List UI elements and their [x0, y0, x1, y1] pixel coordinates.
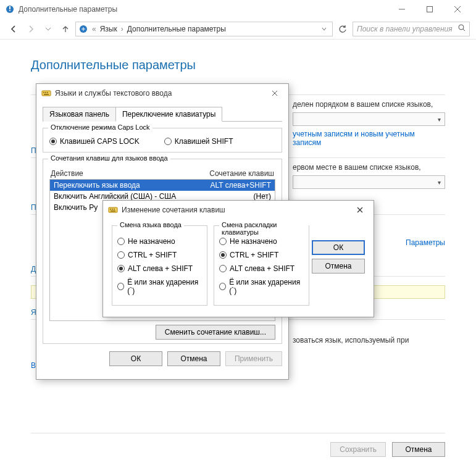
svg-rect-12 [45, 92, 46, 93]
col-action-header: Действие [51, 169, 83, 178]
lang-opt-alt[interactable]: ALT слева + SHIFT [117, 264, 202, 273]
change-hotkey-button[interactable]: Сменить сочетание клавиш... [156, 325, 275, 340]
capslock-group: Отключение режима Caps Lock Клавишей CAP… [43, 128, 282, 153]
keyboard-icon [41, 88, 51, 98]
tab-keyboard-switch[interactable]: Переключение клавиатуры [115, 107, 222, 122]
svg-rect-1 [9, 6, 10, 9]
svg-rect-4 [427, 7, 432, 12]
layout-opt-alt-label: ALT слева + SHIFT [230, 264, 294, 273]
input-lang-label: Смена языка ввода [117, 221, 184, 228]
address-dropdown[interactable] [319, 27, 330, 31]
nav-bar: « Язык › Дополнительные параметры Поиск … [0, 19, 476, 40]
section-1-link[interactable]: учетным записям и новым учетным записям [293, 130, 415, 147]
hotkey-row-1[interactable]: Переключить язык вводаALT слева+SHIFT [50, 180, 275, 191]
search-placeholder: Поиск в панели управления [357, 25, 458, 33]
section-1-text: делен порядком в вашем списке языков, [293, 100, 433, 109]
lang-opt-none-label: Не назначено [128, 237, 175, 246]
radio-dot-icon [117, 265, 125, 272]
svg-rect-21 [111, 211, 115, 212]
lang-opt-alt-label: ALT слева + SHIFT [128, 264, 193, 273]
refresh-button[interactable] [335, 22, 350, 36]
svg-line-9 [463, 29, 465, 31]
section-5-text: зоваться язык, используемый при [293, 336, 409, 345]
svg-rect-17 [109, 207, 117, 212]
up-button[interactable] [58, 22, 73, 36]
chevron-down-icon: ▾ [438, 179, 441, 186]
location-icon [78, 24, 88, 34]
breadcrumb-sep: « [92, 25, 96, 33]
capslock-radio-caps[interactable]: Клавишей CAPS LOCK [49, 137, 140, 146]
lang-opt-ctrl-label: CTRL + SHIFT [128, 251, 177, 259]
hotkey-row-2-key: (Нет) [254, 192, 271, 201]
keyboard-icon [108, 205, 118, 215]
layout-opt-grave[interactable]: Ё или знак ударения (`) [219, 278, 304, 295]
svg-rect-19 [112, 209, 113, 210]
close-button[interactable] [443, 0, 471, 19]
svg-rect-13 [47, 92, 48, 93]
dialog2-close-button[interactable] [351, 204, 369, 216]
section-2-combo[interactable]: ▾ [293, 175, 445, 189]
dialog1-cancel-button[interactable]: Отмена [167, 351, 220, 366]
cancel-button[interactable]: Отмена [392, 442, 445, 457]
dialog2-titlebar: Изменение сочетания клавиш [103, 201, 374, 219]
history-dropdown[interactable] [41, 22, 56, 36]
svg-rect-10 [42, 91, 51, 96]
lang-opt-ctrl[interactable]: CTRL + SHIFT [117, 251, 202, 259]
hotkey-row-3-action: Включить Ру [54, 203, 98, 212]
svg-rect-20 [114, 209, 115, 210]
window-title: Дополнительные параметры [19, 5, 388, 14]
hotkey-row-2-action: Включить Английский (США) - США [54, 192, 176, 201]
back-button[interactable] [6, 22, 21, 36]
lang-opt-grave-label: Ё или знак ударения (`) [127, 278, 202, 295]
capslock-radio-shift[interactable]: Клавишей SHIFT [164, 137, 233, 146]
page-heading: Дополнительные параметры [31, 58, 445, 72]
bottom-buttons: Сохранить Отмена [330, 435, 445, 457]
layout-opt-ctrl[interactable]: CTRL + SHIFT [219, 251, 304, 259]
layout-opt-ctrl-label: CTRL + SHIFT [230, 251, 278, 259]
bottom-divider [31, 433, 445, 433]
svg-rect-14 [44, 94, 49, 95]
lang-opt-none[interactable]: Не назначено [117, 237, 202, 246]
radio-dot-icon [219, 238, 227, 245]
capslock-group-label: Отключение режима Caps Lock [48, 123, 152, 131]
breadcrumb-2[interactable]: Дополнительные параметры [127, 25, 226, 33]
hotkey-group-label: Сочетания клавиш для языков ввода [48, 154, 170, 162]
maximize-button[interactable] [415, 0, 443, 19]
svg-point-2 [9, 10, 10, 11]
dialog2-title: Изменение сочетания клавиш [122, 206, 351, 214]
dialog2-body: Смена языка ввода Не назначено CTRL + SH… [103, 219, 374, 312]
col-hotkey-header: Сочетание клавиш [209, 169, 274, 178]
breadcrumb-1[interactable]: Язык [100, 25, 117, 33]
dialog1-ok-button[interactable]: ОК [109, 351, 162, 366]
svg-rect-11 [43, 92, 44, 93]
dialog2-buttons: ОК Отмена [315, 225, 365, 306]
tab-language-bar[interactable]: Языковая панель [43, 107, 116, 122]
layout-opt-grave-label: Ё или знак ударения (`) [229, 278, 304, 295]
layout-opt-none[interactable]: Не назначено [219, 237, 304, 246]
radio-dot-icon [164, 138, 172, 145]
lang-opt-grave[interactable]: Ё или знак ударения (`) [117, 278, 202, 295]
dialog1-close-button[interactable] [266, 87, 283, 99]
radio-dot-icon [219, 283, 226, 290]
hotkey-row-1-action: Переключить язык ввода [54, 181, 140, 190]
dialog1-apply-button[interactable]: Применить [225, 351, 282, 366]
radio-dot-icon [49, 138, 57, 145]
search-icon [458, 24, 466, 33]
minimize-button[interactable] [388, 0, 415, 19]
radio-dot-icon [219, 251, 227, 259]
dialog2-cancel-button[interactable]: Отмена [312, 259, 365, 274]
chevron-down-icon: ▾ [438, 116, 441, 123]
forward-button[interactable] [23, 22, 38, 36]
layout-opt-none-label: Не назначено [230, 237, 277, 246]
dialog2-ok-button[interactable]: ОК [312, 240, 365, 255]
change-hotkey-dialog: Изменение сочетания клавиш Смена языка в… [102, 200, 374, 317]
search-box[interactable]: Поиск в панели управления [353, 22, 470, 36]
address-bar[interactable]: « Язык › Дополнительные параметры [75, 22, 333, 36]
window-titlebar: Дополнительные параметры [0, 0, 476, 19]
layout-opt-alt[interactable]: ALT слева + SHIFT [219, 264, 304, 273]
save-button[interactable]: Сохранить [330, 442, 386, 457]
control-panel-icon [5, 4, 15, 14]
dialog1-tabs: Языковая панель Переключение клавиатуры [43, 106, 282, 122]
params-link[interactable]: Параметры [406, 238, 445, 247]
section-1-combo[interactable]: ▾ [293, 112, 445, 126]
